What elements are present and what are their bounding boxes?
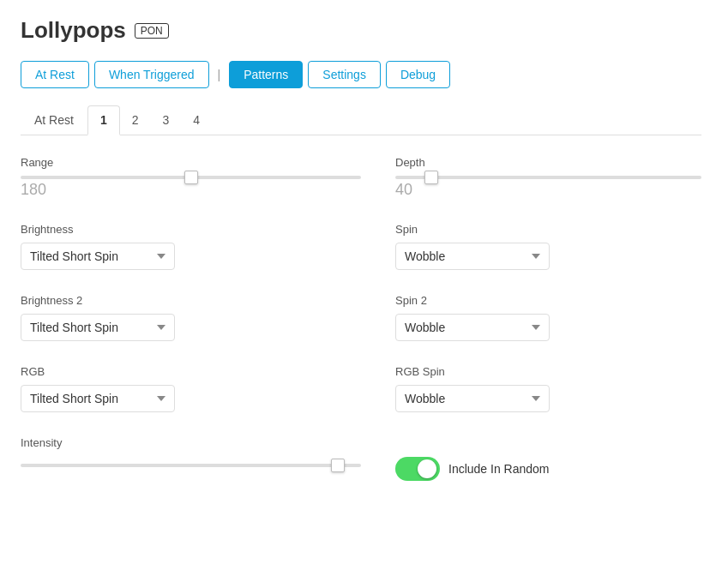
brightness-label: Brightness — [21, 223, 361, 236]
range-depth-row: Range 180 Depth 40 — [21, 156, 701, 223]
depth-value: 40 — [395, 181, 701, 199]
rgb-rgbspin-row: RGB Tilted Short Spin Wobble Tilted Shor… — [21, 365, 701, 436]
rgbspin-section: RGB Spin Wobble Tilted Short Spin Tilted… — [361, 365, 701, 436]
spin2-section: Spin 2 Wobble Tilted Short Spin Tilted S… — [361, 294, 701, 365]
intensity-random-row: Intensity Include In Random — [21, 436, 701, 505]
include-random-toggle[interactable] — [395, 457, 440, 481]
depth-section: Depth 40 — [361, 156, 701, 223]
nav-when-triggered[interactable]: When Triggered — [94, 61, 209, 88]
rgbspin-select[interactable]: Wobble Tilted Short Spin Tilted Short No… — [395, 385, 550, 412]
include-random-section: Include In Random — [361, 436, 701, 505]
spin2-select[interactable]: Wobble Tilted Short Spin Tilted Short No… — [395, 314, 550, 341]
intensity-label: Intensity — [21, 436, 361, 449]
tab-at-rest-label[interactable]: At Rest — [21, 106, 87, 134]
pon-badge: PON — [135, 23, 169, 39]
nav-at-rest[interactable]: At Rest — [21, 61, 89, 88]
brightness-spin-row: Brightness Tilted Short Spin Wobble Tilt… — [21, 223, 701, 294]
nav-settings[interactable]: Settings — [308, 61, 381, 88]
header: Lollypops PON — [21, 17, 701, 44]
tab-1[interactable]: 1 — [87, 105, 120, 135]
nav-debug[interactable]: Debug — [386, 61, 450, 88]
toggle-slider — [395, 457, 440, 481]
range-label: Range — [21, 156, 361, 169]
range-section: Range 180 — [21, 156, 361, 223]
app-title: Lollypops — [21, 17, 126, 44]
rgb-section: RGB Tilted Short Spin Wobble Tilted Shor… — [21, 365, 361, 436]
depth-slider-container: 40 — [395, 176, 701, 199]
brightness2-spin2-row: Brightness 2 Tilted Short Spin Wobble Ti… — [21, 294, 701, 365]
range-slider[interactable] — [21, 176, 361, 179]
rgb-label: RGB — [21, 365, 361, 378]
nav-patterns[interactable]: Patterns — [229, 61, 303, 88]
nav-bar: At Rest When Triggered | Patterns Settin… — [21, 61, 701, 88]
tabs-row: At Rest 1 2 3 4 — [21, 105, 701, 135]
spin-select[interactable]: Wobble Tilted Short Spin Tilted Short No… — [395, 243, 550, 270]
brightness-section: Brightness Tilted Short Spin Wobble Tilt… — [21, 223, 361, 294]
range-value: 180 — [21, 181, 361, 199]
rgbspin-label: RGB Spin — [395, 365, 701, 378]
brightness2-label: Brightness 2 — [21, 294, 361, 307]
brightness-select[interactable]: Tilted Short Spin Wobble Tilted Short No… — [21, 243, 175, 270]
rgb-select[interactable]: Tilted Short Spin Wobble Tilted Short No… — [21, 385, 175, 412]
nav-divider: | — [214, 68, 225, 81]
spin-section: Spin Wobble Tilted Short Spin Tilted Sho… — [361, 223, 701, 294]
brightness2-select[interactable]: Tilted Short Spin Wobble Tilted Short No… — [21, 314, 175, 341]
spin-label: Spin — [395, 223, 701, 236]
intensity-slider[interactable] — [21, 464, 361, 467]
tab-2[interactable]: 2 — [120, 106, 151, 134]
include-random-container: Include In Random — [395, 436, 701, 481]
brightness2-section: Brightness 2 Tilted Short Spin Wobble Ti… — [21, 294, 361, 365]
depth-slider[interactable] — [395, 176, 701, 179]
tab-4[interactable]: 4 — [181, 106, 212, 134]
spin2-label: Spin 2 — [395, 294, 701, 307]
range-slider-container: 180 — [21, 176, 361, 199]
tab-3[interactable]: 3 — [151, 106, 182, 134]
include-random-label: Include In Random — [448, 462, 550, 476]
intensity-section: Intensity — [21, 436, 361, 505]
depth-label: Depth — [395, 156, 701, 169]
